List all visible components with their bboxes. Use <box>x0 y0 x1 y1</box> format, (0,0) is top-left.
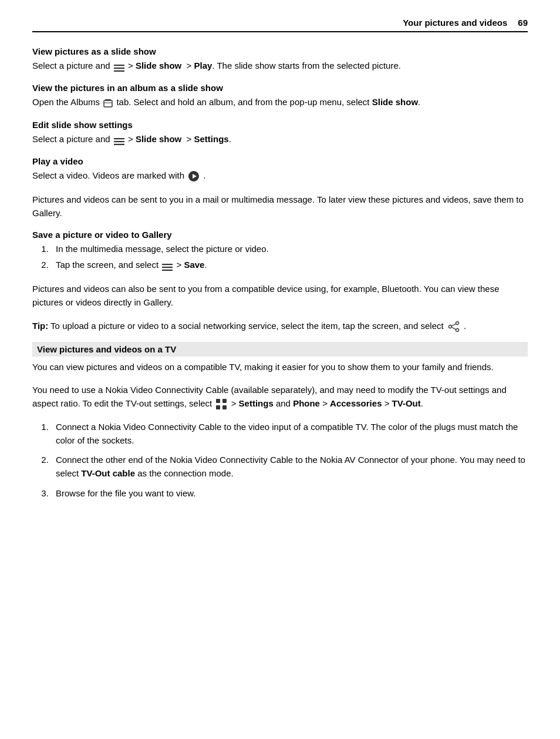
svg-rect-2 <box>114 70 124 72</box>
share-icon <box>447 321 460 332</box>
bold-tvout-cable: TV-Out cable <box>81 468 135 478</box>
tv-para-1: You can view pictures and videos on a co… <box>32 360 528 374</box>
bold-slideshow-1: Slide show <box>136 61 181 70</box>
svg-rect-21 <box>216 405 220 409</box>
section-heading-view-slide-show: View pictures as a slide show <box>32 46 528 56</box>
bold-slideshow-2: Slide show <box>372 97 418 107</box>
svg-point-15 <box>456 328 458 331</box>
page: Your pictures and videos 69 View picture… <box>0 0 560 526</box>
section-heading-save-gallery: Save a picture or video to Gallery <box>32 230 528 240</box>
svg-rect-12 <box>162 267 173 268</box>
svg-rect-8 <box>114 143 124 145</box>
section-heading-tv: View pictures and videos on a TV <box>37 344 176 354</box>
svg-rect-6 <box>114 138 124 139</box>
compat-para: Pictures and videos can also be sent to … <box>32 282 528 310</box>
section-view-slide-show: View pictures as a slide show Select a p… <box>32 46 528 72</box>
play-icon <box>188 170 200 182</box>
section-body-play-video: Select a video. Videos are marked with . <box>32 169 528 182</box>
save-gallery-list: In the multimedia message, select the pi… <box>51 242 528 272</box>
tv-para-2: You need to use a Nokia Video Connectivi… <box>32 383 528 411</box>
svg-rect-19 <box>216 399 220 403</box>
list-item: Connect a Nokia Video Connectivity Cable… <box>51 420 528 448</box>
bold-accessories: Accessories <box>330 398 382 408</box>
section-play-video: Play a video Select a video. Videos are … <box>32 156 528 182</box>
svg-rect-4 <box>105 99 111 100</box>
svg-line-17 <box>451 324 456 326</box>
svg-point-16 <box>448 325 451 328</box>
section-save-gallery: Save a picture or video to Gallery In th… <box>32 230 528 272</box>
menu-icon-1 <box>114 62 124 70</box>
bold-settings: Settings <box>194 134 229 144</box>
list-item: Browse for the file you want to view. <box>51 486 528 500</box>
svg-rect-3 <box>104 100 112 107</box>
tv-section-heading-bar: View pictures and videos on a TV <box>32 342 528 357</box>
svg-point-14 <box>456 321 458 324</box>
section-heading-album-slide-show: View the pictures in an album as a slide… <box>32 83 528 93</box>
svg-rect-0 <box>114 65 124 66</box>
section-album-slide-show: View the pictures in an album as a slide… <box>32 83 528 109</box>
bold-play: Play <box>194 61 212 70</box>
svg-rect-1 <box>114 68 124 69</box>
svg-rect-22 <box>222 405 227 409</box>
list-item: Connect the other end of the Nokia Video… <box>51 453 528 481</box>
section-heading-edit-slide-show: Edit slide show settings <box>32 120 528 130</box>
section-body-view-slide-show: Select a picture and > Slide show > Play… <box>32 59 528 72</box>
apps-icon <box>215 398 227 410</box>
bold-phone: Phone <box>293 398 320 408</box>
list-item: Tap the screen, and select > Save. <box>51 258 528 271</box>
section-heading-play-video: Play a video <box>32 156 528 166</box>
svg-rect-11 <box>162 264 173 265</box>
tip-para: Tip: To upload a picture or video to a s… <box>32 319 528 332</box>
section-body-album-slide-show: Open the Albums tab. Select and hold an … <box>32 95 528 109</box>
svg-line-18 <box>451 327 456 330</box>
bold-slideshow-3: Slide show <box>136 134 181 144</box>
tv-steps-list: Connect a Nokia Video Connectivity Cable… <box>51 420 528 500</box>
albums-icon <box>103 98 113 108</box>
menu-icon-2 <box>114 136 124 144</box>
section-edit-slide-show: Edit slide show settings Select a pictur… <box>32 120 528 146</box>
tip-label: Tip: <box>32 321 48 331</box>
page-number: 69 <box>518 18 528 28</box>
svg-rect-20 <box>222 399 227 403</box>
page-header: Your pictures and videos 69 <box>32 18 528 32</box>
middle-para: Pictures and videos can be sent to you i… <box>32 193 528 220</box>
bold-tvout: TV-Out <box>392 398 421 408</box>
svg-rect-13 <box>162 270 173 271</box>
svg-rect-7 <box>114 140 124 142</box>
list-item: In the multimedia message, select the pi… <box>51 242 528 256</box>
section-body-edit-slide-show: Select a picture and > Slide show > Sett… <box>32 132 528 146</box>
header-title: Your pictures and videos <box>403 18 507 28</box>
bold-save: Save <box>184 260 204 270</box>
bold-settings-tv: Settings <box>239 398 274 408</box>
menu-icon-3 <box>162 261 173 270</box>
